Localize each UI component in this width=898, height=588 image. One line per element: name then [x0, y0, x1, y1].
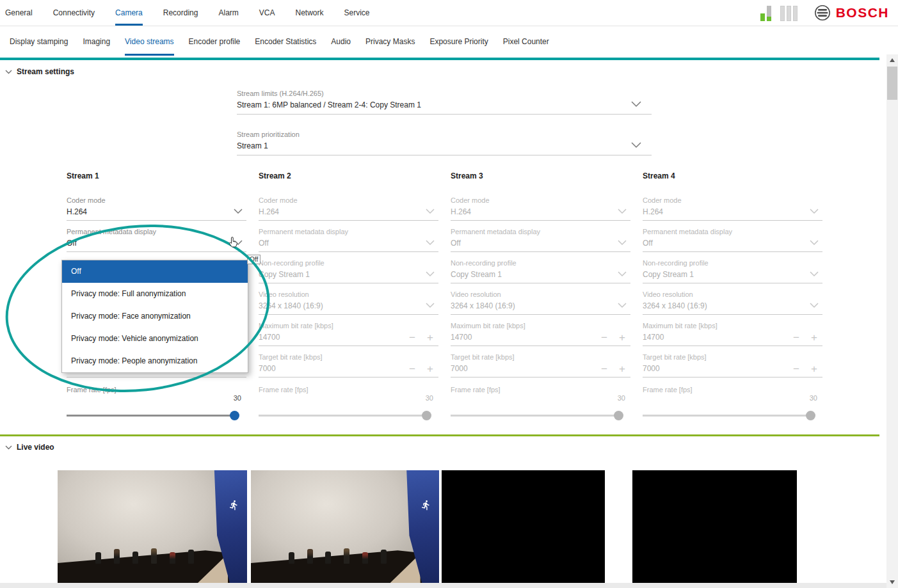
dropdown-option-people-anonymization[interactable]: Privacy mode: People anonymization [62, 350, 248, 372]
increase-button[interactable]: + [808, 331, 820, 345]
max-bit-rate-field[interactable]: Maximum bit rate [kbps] 14700 − + [643, 321, 822, 353]
dropdown-option-face-anonymization[interactable]: Privacy mode: Face anonymization [62, 305, 248, 328]
tab-general[interactable]: General [5, 0, 33, 26]
coder-mode-select[interactable]: Coder mode H.264 [67, 196, 246, 227]
field-value: Copy Stream 1 [643, 267, 822, 282]
field-value: 3264 x 1840 (16:9) [259, 299, 438, 314]
subtab-video-streams[interactable]: Video streams [125, 26, 173, 57]
increase-button[interactable]: + [808, 362, 820, 376]
non-recording-profile-select[interactable]: Non-recording profile Copy Stream 1 [643, 258, 822, 290]
main-nav-tabs: General Connectivity Camera Recording Al… [5, 0, 370, 26]
field-value: H.264 [67, 205, 246, 219]
increase-button[interactable]: + [616, 362, 628, 376]
max-bit-rate-field[interactable]: Maximum bit rate [kbps] 14700 − + [451, 321, 630, 353]
bosch-camera-settings-page: General Connectivity Camera Recording Al… [0, 0, 898, 588]
increase-button[interactable]: + [424, 362, 436, 376]
field-label: Video resolution [259, 290, 438, 299]
slider-track [259, 415, 430, 417]
field-value: 3264 x 1840 (16:9) [643, 299, 822, 314]
stream-prioritization-select[interactable]: Stream prioritization Stream 1 [237, 130, 652, 155]
frame-rate-value: 30 [234, 394, 241, 402]
field-label: Coder mode [643, 196, 822, 205]
dropdown-option-off[interactable]: Off [62, 260, 248, 283]
stream-settings-section-header[interactable]: Stream settings [5, 67, 74, 76]
live-video-section-header[interactable]: Live video [5, 443, 54, 452]
chevron-down-icon [810, 209, 819, 214]
metadata-display-select[interactable]: Permanent metadata display Off [67, 227, 246, 258]
metadata-display-select[interactable]: Permanent metadata display Off [259, 227, 438, 258]
non-recording-profile-select[interactable]: Non-recording profile Copy Stream 1 [451, 258, 630, 290]
tab-service[interactable]: Service [344, 0, 370, 26]
field-label: Coder mode [451, 196, 630, 205]
subtab-encoder-statistics[interactable]: Encoder Statistics [255, 26, 316, 57]
coder-mode-select[interactable]: Coder mode H.264 [451, 196, 630, 227]
tab-camera[interactable]: Camera [115, 0, 143, 26]
page-bottom-strip [0, 583, 886, 588]
decrease-button[interactable]: − [406, 331, 418, 345]
decrease-button[interactable]: − [598, 362, 610, 376]
target-bit-rate-field[interactable]: Target bit rate [kbps] 7000 − + [259, 353, 438, 384]
chevron-down-icon [426, 209, 435, 214]
chevron-down-icon [810, 240, 819, 246]
frame-rate-slider[interactable] [259, 408, 431, 422]
metadata-display-select[interactable]: Permanent metadata display Off [451, 227, 630, 258]
scroll-down-button[interactable] [886, 577, 898, 587]
field-value: H.264 [259, 205, 438, 219]
dropdown-option-full-anonymization[interactable]: Privacy mode: Full anonymization [62, 283, 248, 305]
subtab-imaging[interactable]: Imaging [83, 26, 110, 57]
slider-handle[interactable] [422, 411, 431, 420]
stream-column-title: Stream 4 [643, 171, 822, 180]
field-label: Frame rate [fps] [259, 385, 438, 394]
tab-connectivity[interactable]: Connectivity [53, 0, 95, 26]
collapse-chevron-icon [5, 445, 12, 450]
field-label: Frame rate [fps] [643, 385, 822, 394]
frame-rate-control: Frame rate [fps] 30 [643, 385, 822, 425]
subtab-privacy-masks[interactable]: Privacy Masks [365, 26, 415, 57]
field-label: Frame rate [fps] [67, 385, 246, 394]
tab-alarm[interactable]: Alarm [218, 0, 238, 26]
metadata-display-select[interactable]: Permanent metadata display Off [643, 227, 822, 258]
field-value: 3264 x 1840 (16:9) [451, 299, 630, 314]
video-resolution-select[interactable]: Video resolution 3264 x 1840 (16:9) [451, 290, 630, 321]
field-label: Non-recording profile [451, 258, 630, 267]
subtab-encoder-profile[interactable]: Encoder profile [189, 26, 241, 57]
max-bit-rate-field[interactable]: Maximum bit rate [kbps] 14700 − + [259, 321, 438, 353]
target-bit-rate-field[interactable]: Target bit rate [kbps] 7000 − + [643, 353, 822, 384]
field-label: Non-recording profile [643, 258, 822, 267]
chevron-down-icon [426, 271, 435, 277]
slider-handle[interactable] [230, 411, 239, 420]
tab-network[interactable]: Network [296, 0, 324, 26]
target-bit-rate-field[interactable]: Target bit rate [kbps] 7000 − + [451, 353, 630, 384]
frame-rate-slider[interactable] [643, 408, 815, 422]
field-value: H.264 [643, 205, 822, 219]
non-recording-profile-select[interactable]: Non-recording profile Copy Stream 1 [259, 258, 438, 290]
video-resolution-select[interactable]: Video resolution 3264 x 1840 (16:9) [259, 290, 438, 321]
decrease-button[interactable]: − [598, 331, 610, 345]
decrease-button[interactable]: − [790, 331, 802, 345]
field-label: Permanent metadata display [451, 227, 630, 236]
stream-limits-select[interactable]: Stream limits (H.264/H.265) Stream 1: 6M… [237, 89, 652, 115]
frame-rate-value: 30 [618, 394, 625, 402]
field-label: Permanent metadata display [643, 227, 822, 236]
frame-rate-slider[interactable] [451, 408, 623, 422]
coder-mode-select[interactable]: Coder mode H.264 [643, 196, 822, 227]
decrease-button[interactable]: − [406, 362, 418, 376]
scrollbar-thumb[interactable] [887, 67, 897, 100]
video-resolution-select[interactable]: Video resolution 3264 x 1840 (16:9) [643, 290, 822, 321]
frame-rate-slider[interactable] [67, 408, 239, 422]
vertical-scrollbar[interactable] [886, 54, 898, 588]
coder-mode-select[interactable]: Coder mode H.264 [259, 196, 438, 227]
increase-button[interactable]: + [616, 331, 628, 345]
slider-handle[interactable] [614, 411, 623, 420]
tab-recording[interactable]: Recording [163, 0, 198, 26]
scroll-up-button[interactable] [886, 55, 898, 65]
subtab-pixel-counter[interactable]: Pixel Counter [503, 26, 549, 57]
subtab-exposure-priority[interactable]: Exposure Priority [429, 26, 488, 57]
tab-vca[interactable]: VCA [259, 0, 275, 26]
increase-button[interactable]: + [424, 331, 436, 345]
slider-handle[interactable] [806, 411, 815, 420]
subtab-audio[interactable]: Audio [331, 26, 351, 57]
decrease-button[interactable]: − [790, 362, 802, 376]
dropdown-option-vehicle-anonymization[interactable]: Privacy mode: Vehicle anonymization [62, 328, 248, 350]
subtab-display-stamping[interactable]: Display stamping [10, 26, 68, 57]
